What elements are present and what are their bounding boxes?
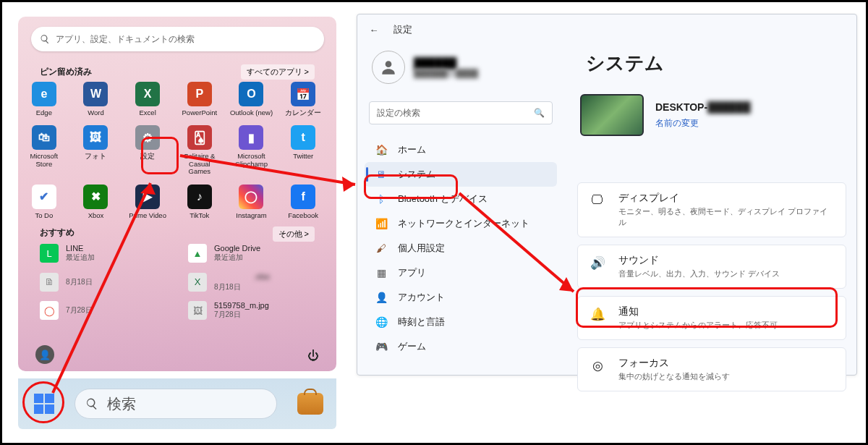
taskbar-search-placeholder: 検索 xyxy=(107,394,136,414)
recommended-item[interactable]: 🗎8月18日 xyxy=(40,271,174,292)
recommended-item[interactable]: ◯7月28日 xyxy=(40,301,174,320)
app-tile[interactable]: eEdge xyxy=(18,82,70,116)
back-button[interactable]: ← xyxy=(367,25,380,35)
start-button[interactable] xyxy=(28,388,60,420)
app-tile[interactable]: 🂡Solitaire & Casual Games xyxy=(174,125,226,175)
nav-item[interactable]: 📶ネットワークとインターネット xyxy=(365,211,557,236)
card-icon: 🖵 xyxy=(590,193,605,208)
app-tile[interactable]: 🛍Microsoft Store xyxy=(18,125,70,175)
windows-logo-icon xyxy=(33,392,56,415)
nav-label: システム xyxy=(398,168,435,181)
all-apps-button[interactable]: すべてのアプリ > xyxy=(241,64,315,80)
nav-icon: 🌐 xyxy=(375,315,388,329)
card-icon: 🔊 xyxy=(590,255,605,271)
settings-card[interactable]: 🖵ディスプレイモニター、明るさ、夜間モード、ディスプレイ プロファイル xyxy=(577,182,846,237)
start-search-placeholder: アプリ、設定、ドキュメントの検索 xyxy=(56,33,195,46)
app-tile[interactable]: 📅カレンダー xyxy=(277,82,329,116)
nav-icon: 🎮 xyxy=(375,340,388,353)
card-icon: ◎ xyxy=(590,358,605,373)
recommended-item[interactable]: X .xlsx8月18日 xyxy=(188,271,322,292)
search-icon: 🔍 xyxy=(534,108,545,118)
nav-item[interactable]: 🏠ホーム xyxy=(365,137,557,162)
pc-name: DESKTOP-██████ xyxy=(655,101,751,113)
recommended-more-button[interactable]: その他 > xyxy=(273,226,315,242)
nav-label: Bluetooth とデバイス xyxy=(398,192,488,205)
app-tile[interactable]: ◯Instagram xyxy=(226,185,278,219)
user-mail: ██████@████ xyxy=(414,69,478,77)
taskbar-search-input[interactable]: 検索 xyxy=(75,389,277,419)
recommended-grid: LLINE最近追加▲Google Drive最近追加🗎8月18日X .xlsx8… xyxy=(40,244,322,320)
nav-label: 時刻と言語 xyxy=(398,315,445,329)
search-icon xyxy=(40,34,50,44)
app-tile[interactable]: OOutlook (new) xyxy=(226,82,278,116)
recommended-item[interactable]: LLINE最近追加 xyxy=(40,244,174,263)
app-tile[interactable]: XExcel xyxy=(122,82,174,116)
start-user-footer[interactable]: 👤 xyxy=(35,345,54,364)
svg-point-4 xyxy=(386,61,392,67)
nav-item[interactable]: 🖥システム xyxy=(365,162,557,187)
app-tile[interactable]: 🖼フォト xyxy=(70,125,122,175)
nav-icon: 📶 xyxy=(375,217,388,230)
recommended-item[interactable]: ▲Google Drive最近追加 xyxy=(188,244,322,263)
nav-icon: 🖌 xyxy=(375,242,388,255)
recommended-item[interactable]: 🖼5159758_m.jpg7月28日 xyxy=(188,301,322,320)
nav-icon: 👤 xyxy=(375,291,388,304)
app-tile[interactable]: ✔To Do xyxy=(18,185,70,219)
nav-label: ネットワークとインターネット xyxy=(398,217,529,230)
start-search-input[interactable]: アプリ、設定、ドキュメントの検索 xyxy=(31,27,324,51)
nav-item[interactable]: 👤アカウント xyxy=(365,285,557,310)
nav-icon: ▦ xyxy=(375,266,388,279)
app-tile[interactable]: WWord xyxy=(70,82,122,116)
pinned-apps-grid: eEdgeWWordXExcelPPowerPointOOutlook (new… xyxy=(18,82,329,219)
nav-item[interactable]: 🎮ゲーム xyxy=(365,334,557,359)
user-avatar-icon xyxy=(372,51,405,84)
search-icon xyxy=(85,397,98,410)
user-name: ██████ xyxy=(414,57,478,69)
nav-icon: 🖥 xyxy=(375,168,388,181)
settings-user-block[interactable]: ██████ ██████@████ xyxy=(372,51,478,84)
svg-rect-0 xyxy=(34,394,43,403)
nav-icon: 🏠 xyxy=(375,143,388,156)
pc-thumbnail xyxy=(580,94,644,136)
app-tile[interactable]: fFacebook xyxy=(277,185,329,219)
app-tile[interactable]: ▶Prime Video xyxy=(122,185,174,219)
svg-rect-1 xyxy=(45,394,54,403)
svg-marker-8 xyxy=(342,177,355,192)
settings-search-input[interactable]: 設定の検索 🔍 xyxy=(369,101,553,124)
settings-card[interactable]: 🔊サウンド音量レベル、出力、入力、サウンド デバイス xyxy=(577,245,846,289)
nav-icon: ᛒ xyxy=(375,192,388,205)
pinned-label: ピン留め済み xyxy=(40,66,92,78)
settings-cards: 🖵ディスプレイモニター、明るさ、夜間モード、ディスプレイ プロファイル🔊サウンド… xyxy=(577,182,846,391)
app-tile[interactable]: ✖Xbox xyxy=(70,185,122,219)
nav-item[interactable]: 🌐時刻と言語 xyxy=(365,310,557,334)
briefcase-icon[interactable] xyxy=(297,393,323,415)
app-tile[interactable]: PPowerPoint xyxy=(174,82,226,116)
user-avatar-icon: 👤 xyxy=(35,345,54,364)
nav-label: ゲーム xyxy=(398,340,426,353)
nav-label: アカウント xyxy=(398,291,445,304)
settings-card[interactable]: ◎フォーカス集中の妨げとなる通知を減らす xyxy=(577,347,846,391)
card-icon: 🔔 xyxy=(590,307,605,322)
rename-link[interactable]: 名前の変更 xyxy=(655,117,751,130)
page-title: システム xyxy=(586,51,664,76)
start-menu: アプリ、設定、ドキュメントの検索 ピン留め済み すべてのアプリ > eEdgeW… xyxy=(18,17,336,371)
nav-label: 個人用設定 xyxy=(398,242,445,255)
settings-window: ← 設定 ██████ ██████@████ 設定の検索 🔍 🏠ホーム🖥システ… xyxy=(357,14,857,376)
app-tile[interactable]: ▮Microsoft Clipchamp xyxy=(226,125,278,175)
app-tile[interactable]: ♪TikTok xyxy=(174,185,226,219)
app-tile[interactable]: ⚙設定 xyxy=(122,125,174,175)
svg-rect-3 xyxy=(45,404,54,414)
nav-label: ホーム xyxy=(398,143,426,156)
recommended-label: おすすめ xyxy=(40,226,75,242)
app-tile[interactable]: tTwitter xyxy=(277,125,329,175)
power-icon[interactable]: ⏻ xyxy=(307,349,319,363)
nav-item[interactable]: ᛒBluetooth とデバイス xyxy=(365,187,557,211)
settings-search-placeholder: 設定の検索 xyxy=(377,107,420,119)
nav-item[interactable]: 🖌個人用設定 xyxy=(365,236,557,260)
nav-item[interactable]: ▦アプリ xyxy=(365,260,557,285)
pc-info-block: DESKTOP-██████ 名前の変更 xyxy=(580,94,751,136)
settings-nav: 🏠ホーム🖥システムᛒBluetooth とデバイス📶ネットワークとインターネット… xyxy=(365,137,557,359)
taskbar: 検索 xyxy=(18,378,336,429)
nav-label: アプリ xyxy=(398,266,426,279)
settings-card[interactable]: 🔔通知アプリとシステムからのアラート、応答不可 xyxy=(577,296,846,340)
